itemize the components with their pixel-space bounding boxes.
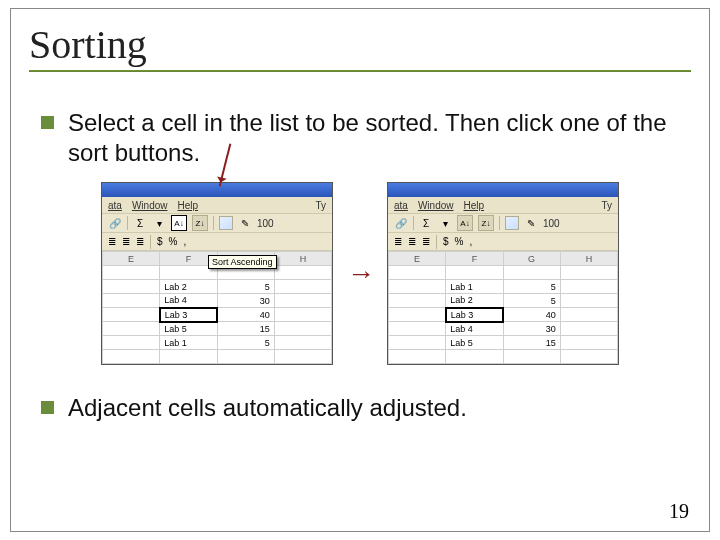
- align-left-icon[interactable]: ≣: [108, 236, 116, 247]
- cell[interactable]: 15: [503, 336, 560, 350]
- sort-desc-button[interactable]: Z↓: [192, 215, 208, 231]
- cell[interactable]: Lab 1: [446, 280, 503, 294]
- cell[interactable]: Lab 1: [160, 336, 217, 350]
- col-H[interactable]: H: [560, 252, 617, 266]
- dropdown-icon[interactable]: ▾: [152, 216, 166, 230]
- drawing-icon[interactable]: ✎: [238, 216, 252, 230]
- cell[interactable]: 40: [503, 308, 560, 322]
- cell[interactable]: 5: [503, 294, 560, 308]
- cell[interactable]: 5: [503, 280, 560, 294]
- title-rule: [29, 70, 691, 72]
- bullet-2: Adjacent cells automatically adjusted.: [41, 393, 679, 423]
- menu-data[interactable]: ata: [108, 200, 122, 211]
- menu-window[interactable]: Window: [418, 200, 454, 211]
- currency-icon[interactable]: $: [443, 236, 449, 247]
- comma-icon[interactable]: ,: [469, 236, 472, 247]
- menubar: ata Window Help Ty: [388, 197, 618, 213]
- currency-icon[interactable]: $: [157, 236, 163, 247]
- zoom-value[interactable]: 100: [543, 218, 560, 229]
- percent-icon[interactable]: %: [455, 236, 464, 247]
- bullet-2-text: Adjacent cells automatically adjusted.: [68, 393, 467, 423]
- toolbar-2: ≣ ≣ ≣ $ % ,: [388, 233, 618, 251]
- sort-asc-button[interactable]: A↓: [171, 215, 187, 231]
- sigma-icon[interactable]: Σ: [419, 216, 433, 230]
- page-number: 19: [669, 500, 689, 523]
- cell[interactable]: Lab 2: [160, 280, 217, 294]
- sort-asc-button[interactable]: A↓: [457, 215, 473, 231]
- bullet-icon: [41, 401, 54, 414]
- drawing-icon[interactable]: ✎: [524, 216, 538, 230]
- titlebar: [388, 183, 618, 197]
- arrow-right-icon: →: [347, 258, 373, 290]
- toolbar-1: 🔗 Σ ▾ A↓ Z↓ ✎ 100: [102, 213, 332, 233]
- align-left-icon[interactable]: ≣: [394, 236, 402, 247]
- cell[interactable]: Lab 5: [160, 322, 217, 336]
- comma-icon[interactable]: ,: [183, 236, 186, 247]
- cell[interactable]: Lab 5: [446, 336, 503, 350]
- col-G[interactable]: G: [503, 252, 560, 266]
- screenshot-row: ata Window Help Ty 🔗 Σ ▾ A↓ Z↓ ✎ 100: [41, 182, 679, 365]
- excel-after: ata Window Help Ty 🔗 Σ ▾ A↓ Z↓ ✎ 100: [387, 182, 619, 365]
- menu-help[interactable]: Help: [177, 200, 198, 211]
- menu-data[interactable]: ata: [394, 200, 408, 211]
- menu-window[interactable]: Window: [132, 200, 168, 211]
- align-right-icon[interactable]: ≣: [422, 236, 430, 247]
- menu-tail: Ty: [601, 200, 612, 211]
- sort-tooltip: Sort Ascending: [208, 255, 277, 269]
- bullet-1-text: Select a cell in the list to be sorted. …: [68, 108, 679, 168]
- col-E[interactable]: E: [103, 252, 160, 266]
- excel-before: ata Window Help Ty 🔗 Σ ▾ A↓ Z↓ ✎ 100: [101, 182, 333, 365]
- cell[interactable]: 15: [217, 322, 274, 336]
- col-H[interactable]: H: [274, 252, 331, 266]
- cell[interactable]: 30: [217, 294, 274, 308]
- cell[interactable]: Lab 4: [160, 294, 217, 308]
- align-center-icon[interactable]: ≣: [408, 236, 416, 247]
- sigma-icon[interactable]: Σ: [133, 216, 147, 230]
- cell[interactable]: Lab 2: [446, 294, 503, 308]
- col-E[interactable]: E: [389, 252, 446, 266]
- bullet-1: Select a cell in the list to be sorted. …: [41, 108, 679, 168]
- slide-title: Sorting: [29, 21, 691, 68]
- cell[interactable]: 40: [217, 308, 274, 322]
- cell[interactable]: 30: [503, 322, 560, 336]
- menubar: ata Window Help Ty: [102, 197, 332, 213]
- grid-after: E F G H Lab 15 Lab 25 Lab 340 Lab 430 La…: [388, 251, 618, 364]
- menu-tail: Ty: [315, 200, 326, 211]
- col-F[interactable]: F: [446, 252, 503, 266]
- align-center-icon[interactable]: ≣: [122, 236, 130, 247]
- dropdown-icon[interactable]: ▾: [438, 216, 452, 230]
- zoom-value[interactable]: 100: [257, 218, 274, 229]
- cell[interactable]: 5: [217, 336, 274, 350]
- align-right-icon[interactable]: ≣: [136, 236, 144, 247]
- link-icon[interactable]: 🔗: [108, 216, 122, 230]
- chart-icon[interactable]: [505, 216, 519, 230]
- cell[interactable]: 5: [217, 280, 274, 294]
- toolbar-2: ≣ ≣ ≣ $ % ,: [102, 233, 332, 251]
- toolbar-1: 🔗 Σ ▾ A↓ Z↓ ✎ 100: [388, 213, 618, 233]
- bullet-icon: [41, 116, 54, 129]
- cell[interactable]: Lab 4: [446, 322, 503, 336]
- cell-selected[interactable]: Lab 3: [160, 308, 217, 322]
- menu-help[interactable]: Help: [463, 200, 484, 211]
- chart-icon[interactable]: [219, 216, 233, 230]
- percent-icon[interactable]: %: [169, 236, 178, 247]
- sort-desc-button[interactable]: Z↓: [478, 215, 494, 231]
- link-icon[interactable]: 🔗: [394, 216, 408, 230]
- cell-selected[interactable]: Lab 3: [446, 308, 503, 322]
